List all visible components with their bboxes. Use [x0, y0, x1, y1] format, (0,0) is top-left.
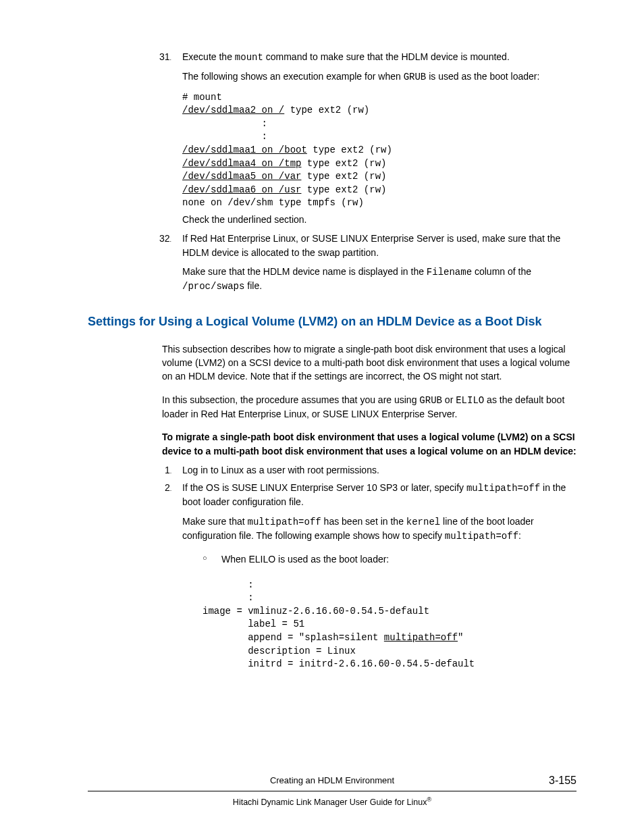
- step-1-text: Log in to Linux as a user with root perm…: [182, 465, 379, 475]
- procedure-heading: To migrate a single-path boot disk envir…: [162, 430, 576, 458]
- step-number: 1.: [165, 463, 171, 477]
- page: 31. Execute the mount command to make su…: [0, 0, 644, 834]
- step-31-text: Execute the mount command to make sure t…: [182, 50, 576, 64]
- content-block: 31. Execute the mount command to make su…: [162, 50, 576, 293]
- grub-text: GRUB: [404, 72, 427, 82]
- mount-output-code: # mount /dev/sddlmaa2 on / type ext2 (rw…: [182, 91, 576, 210]
- intro-para1: This subsection describes how to migrate…: [162, 342, 576, 384]
- intro-para2: In this subsection, the procedure assume…: [162, 393, 576, 421]
- step-31-para2: The following shows an execution example…: [182, 70, 576, 84]
- step-32-p2: Make sure that the HDLM device name is d…: [182, 265, 576, 294]
- step-2: 2. If the OS is SUSE LINUX Enterprise Se…: [162, 481, 576, 671]
- footer-section-title: Creating an HDLM Environment: [88, 775, 576, 787]
- section-heading: Settings for Using a Logical Volume (LVM…: [88, 313, 576, 330]
- ordered-steps-lower: 1. Log in to Linux as a user with root p…: [162, 463, 576, 671]
- registered-icon: ®: [427, 796, 431, 803]
- step-1: 1. Log in to Linux as a user with root p…: [162, 463, 576, 477]
- elilo-config-code: : : image = vmlinuz-2.6.16.60-0.54.5-def…: [203, 579, 576, 671]
- step-32: 32. If Red Hat Enterprise Linux, or SUSE…: [162, 232, 576, 293]
- step-number: 32.: [159, 232, 171, 245]
- page-footer: Creating an HDLM Environment 3-155 Hitac…: [88, 775, 576, 808]
- step-31: 31. Execute the mount command to make su…: [162, 50, 576, 226]
- step-2-p2: Make sure that multipath=off has been se…: [182, 515, 576, 544]
- footer-page-number: 3-155: [549, 773, 576, 788]
- step-number: 2.: [165, 481, 171, 494]
- check-underlined: Check the underlined section.: [182, 213, 576, 226]
- mount-cmd: mount: [235, 52, 263, 63]
- section-body: This subsection describes how to migrate…: [162, 342, 576, 671]
- step-2-p1: If the OS is SUSE LINUX Enterprise Serve…: [182, 481, 576, 509]
- footer-guide-title: Hitachi Dynamic Link Manager User Guide …: [88, 796, 576, 808]
- step-32-p1: If Red Hat Enterprise Linux, or SUSE LIN…: [182, 232, 576, 259]
- step-number: 31.: [159, 50, 171, 63]
- sublist-elilo: When ELILO is used as the boot loader:: [203, 552, 576, 566]
- sublist: When ELILO is used as the boot loader:: [203, 552, 576, 566]
- ordered-steps-upper: 31. Execute the mount command to make su…: [162, 50, 576, 293]
